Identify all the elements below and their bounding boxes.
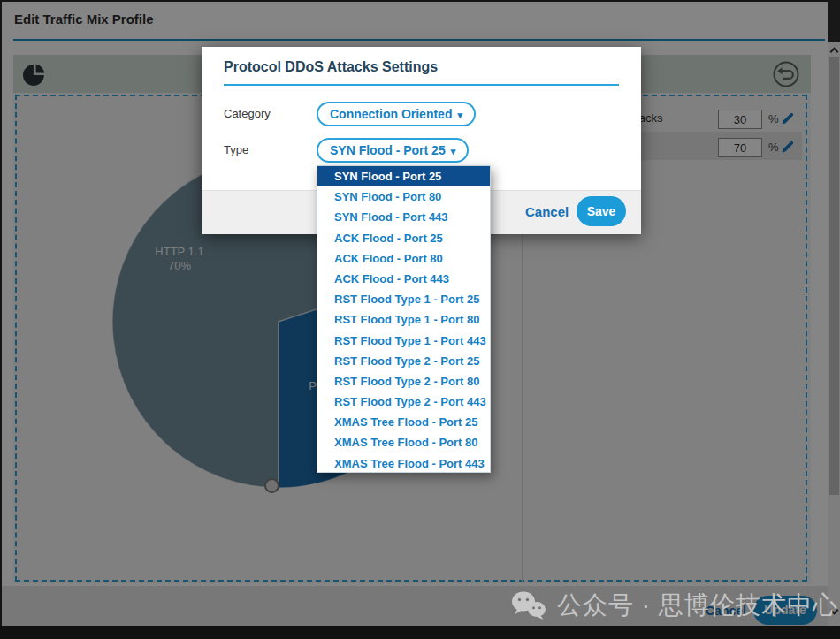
dropdown-option[interactable]: ACK Flood - Port 25 [317,228,490,248]
type-dropdown-list: SYN Flood - Port 25 SYN Flood - Port 80 … [317,165,491,473]
chevron-down-icon: ▾ [451,146,456,156]
dropdown-option[interactable]: RST Flood Type 1 - Port 443 [317,331,490,351]
chevron-down-icon: ▾ [457,110,462,120]
type-label: Type [224,143,248,156]
type-dropdown[interactable]: SYN Flood - Port 25▾ [317,138,469,163]
type-dropdown-value: SYN Flood - Port 25 [330,143,446,157]
dropdown-option[interactable]: ACK Flood - Port 80 [317,248,490,269]
dropdown-option[interactable]: SYN Flood - Port 443 [317,207,490,227]
dropdown-option[interactable]: SYN Flood - Port 25 [317,166,490,186]
dropdown-option[interactable]: RST Flood Type 2 - Port 443 [317,392,490,412]
wechat-icon [511,590,546,620]
app-window: Edit Traffic Mix Profile HTTP 1.1 70% Pr… [0,0,840,639]
watermark-text: 公众号 · 思博伦技术中心 [557,589,838,622]
dropdown-option[interactable]: RST Flood Type 2 - Port 80 [317,371,490,392]
dropdown-option[interactable]: RST Flood Type 2 - Port 25 [317,351,490,371]
category-label: Category [224,107,271,120]
dialog-cancel-button[interactable]: Cancel [525,204,569,219]
dialog-save-button[interactable]: Save [577,196,626,226]
category-dropdown-value: Connection Oriented [330,107,452,121]
dialog-title-underline [224,84,619,86]
category-dropdown[interactable]: Connection Oriented▾ [317,102,476,126]
dropdown-option[interactable]: XMAS Tree Flood - Port 443 [317,453,490,473]
dropdown-option[interactable]: ACK Flood - Port 443 [317,269,490,289]
dropdown-option[interactable]: RST Flood Type 1 - Port 25 [317,289,490,309]
dropdown-option[interactable]: RST Flood Type 1 - Port 80 [317,309,490,330]
dropdown-option[interactable]: XMAS Tree Flood - Port 80 [317,432,490,453]
watermark: 公众号 · 思博伦技术中心 [511,585,838,626]
dialog-title: Protocol DDoS Attacks Settings [224,59,438,75]
dropdown-option[interactable]: XMAS Tree Flood - Port 25 [317,412,490,432]
dropdown-option[interactable]: SYN Flood - Port 80 [317,186,490,207]
